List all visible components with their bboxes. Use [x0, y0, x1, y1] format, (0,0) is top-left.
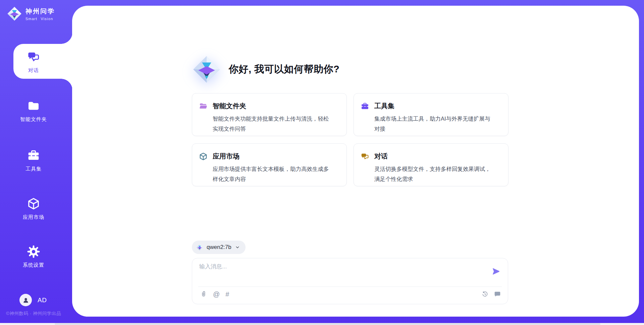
folder-open-icon [199, 102, 208, 111]
folder-icon [27, 99, 40, 113]
copyright-footer: ©神州数码 · 神州问学出品 [6, 311, 61, 317]
horizontal-scrollbar-thumb[interactable] [55, 323, 600, 325]
app-window: 你好, 我可以如何帮助你? 智能文件夹 智能文件夹功能支持批量文件上传与清洗，轻… [0, 0, 644, 325]
cube-icon [199, 152, 208, 161]
person-icon [22, 296, 30, 304]
sidebar-item-app-market[interactable]: 应用市场 [10, 197, 57, 220]
brand-name: 神州问学 [25, 7, 55, 16]
card-title: 对话 [374, 152, 388, 161]
card-smart-folder[interactable]: 智能文件夹 智能文件夹功能支持批量文件上传与清洗，轻松实现文件问答 [192, 93, 347, 136]
brand-subtitle: Smart Vision [25, 17, 55, 21]
toolbox-icon [27, 149, 40, 162]
cube-icon [27, 197, 40, 210]
sidebar-item-label: 应用市场 [10, 214, 57, 220]
chat-bubble-icon[interactable] [494, 290, 501, 298]
model-name: qwen2:7b [207, 244, 231, 251]
user-profile[interactable]: AD [19, 294, 47, 306]
card-toolbox[interactable]: 工具集 集成市场上主流工具，助力AI与外界无缝扩展与对接 [354, 93, 508, 136]
card-description: 智能文件夹功能支持批量文件上传与清洗，轻松实现文件问答 [213, 114, 333, 134]
hero: 你好, 我可以如何帮助你? [192, 55, 339, 84]
feature-cards: 智能文件夹 智能文件夹功能支持批量文件上传与清洗，轻松实现文件问答 [192, 93, 508, 186]
sidebar-item-label: 系统设置 [10, 262, 57, 268]
sidebar-item-label: 智能文件夹 [10, 116, 57, 123]
send-button[interactable] [492, 267, 500, 276]
main-panel: 你好, 我可以如何帮助你? 智能文件夹 智能文件夹功能支持批量文件上传与清洗，轻… [72, 6, 639, 317]
card-description: 灵活切换多模型文件，支持多样回复效果调试，满足个性化需求 [374, 164, 495, 184]
card-description: 集成市场上主流工具，助力AI与外界无缝扩展与对接 [374, 114, 495, 134]
at-icon[interactable]: @ [213, 290, 220, 298]
greeting-title: 你好, 我可以如何帮助你? [229, 63, 339, 76]
card-chat[interactable]: 对话 灵活切换多模型文件，支持多样回复效果调试，满足个性化需求 [354, 143, 508, 186]
avatar [19, 294, 32, 306]
card-app-market[interactable]: 应用市场 应用市场提供丰富长文本模板，助力高效生成多样化文章内容 [192, 143, 347, 186]
chat-icon [27, 50, 40, 64]
composer-tools-left: @ # [200, 290, 229, 298]
model-logo-icon [196, 244, 203, 251]
history-icon[interactable] [481, 290, 489, 298]
gear-icon [27, 245, 40, 258]
sidebar-item-smart-folder[interactable]: 智能文件夹 [10, 99, 57, 123]
sidebar-item-settings[interactable]: 系统设置 [10, 245, 57, 268]
toolbox-icon [361, 102, 369, 111]
composer-tools-right [481, 290, 501, 298]
card-description: 应用市场提供丰富长文本模板，助力高效生成多样化文章内容 [213, 164, 333, 184]
card-title: 应用市场 [213, 152, 239, 161]
chat-icon [361, 152, 369, 161]
card-title: 工具集 [374, 102, 394, 111]
brand: 神州问学 Smart Vision [7, 6, 55, 21]
chevron-down-icon [235, 245, 240, 250]
brand-diamond-logo [192, 55, 221, 84]
attachment-icon[interactable] [200, 290, 207, 298]
sidebar-item-label: 对话 [10, 67, 57, 74]
send-icon [492, 267, 500, 276]
sidebar-item-chat[interactable]: 对话 [10, 50, 57, 74]
sidebar-item-toolbox[interactable]: 工具集 [10, 149, 57, 172]
message-composer: @ # [192, 258, 508, 304]
hash-icon[interactable]: # [225, 290, 229, 298]
composer-divider [198, 286, 502, 287]
model-selector[interactable]: qwen2:7b [192, 241, 246, 254]
user-name: AD [38, 297, 47, 304]
brand-diamond-logo-small [7, 6, 22, 21]
message-input[interactable] [199, 263, 484, 283]
card-title: 智能文件夹 [213, 102, 246, 111]
sidebar-item-label: 工具集 [10, 166, 57, 172]
